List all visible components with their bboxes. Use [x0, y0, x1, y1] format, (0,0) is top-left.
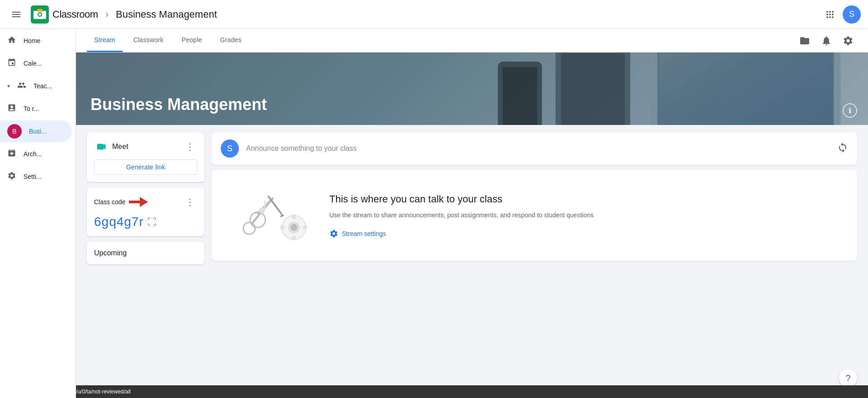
meet-logo — [94, 139, 109, 154]
upcoming-card: Upcoming — [87, 242, 204, 264]
sidebar-item-toreview[interactable]: To r... — [0, 98, 72, 120]
svg-point-4 — [38, 13, 41, 16]
topbar-right: S — [821, 5, 861, 24]
meet-card-header: Meet ⋮ — [94, 139, 197, 154]
sidebar-item-settings[interactable]: Setti... — [0, 166, 72, 187]
topbar: Classroom › Business Management S — [0, 0, 868, 29]
svg-rect-28 — [292, 215, 296, 219]
sidebar-item-label: To r... — [24, 105, 39, 112]
app-name: Classroom — [52, 9, 98, 20]
sidebar: Home Cale... ▾ Teac... To r... B Busi... — [0, 29, 76, 398]
sidebar-item-label: Teac... — [33, 82, 52, 90]
class-code-header: Class code ⋮ — [94, 195, 197, 209]
svg-rect-30 — [280, 226, 285, 230]
red-arrow-icon — [129, 196, 148, 208]
svg-line-21 — [268, 197, 281, 214]
class-breadcrumb[interactable]: Business Management — [116, 9, 217, 20]
sidebar-item-label: Arch... — [24, 150, 42, 158]
app-logo — [31, 5, 49, 24]
svg-rect-15 — [129, 201, 142, 203]
sidebar-item-label: Cale... — [24, 60, 42, 67]
meet-title: Meet — [112, 143, 128, 151]
settings-tab-icon[interactable] — [839, 32, 857, 50]
meet-more-options[interactable]: ⋮ — [183, 139, 197, 154]
calendar-icon — [7, 58, 16, 69]
info-content: This is where you can talk to your class… — [329, 193, 839, 238]
tabs-bar: Stream Classwork People Grades — [76, 29, 868, 53]
class-code-more-options[interactable]: ⋮ — [183, 195, 197, 209]
user-avatar[interactable]: S — [843, 5, 861, 24]
hamburger-menu[interactable] — [7, 5, 25, 24]
sidebar-item-teachers[interactable]: ▾ Teac... — [0, 75, 72, 97]
svg-point-23 — [259, 207, 265, 213]
expand-code-icon[interactable]: ⛶ — [147, 217, 157, 227]
announce-action-icon[interactable] — [837, 142, 848, 155]
info-card: This is where you can talk to your class… — [212, 170, 857, 261]
help-button[interactable]: ? — [839, 369, 857, 387]
sidebar-item-label: Home — [24, 37, 40, 44]
svg-point-27 — [290, 224, 297, 231]
class-code-label-row: Class code — [94, 196, 148, 208]
stream-settings-icon — [329, 229, 338, 238]
stream-settings-button[interactable]: Stream settings — [329, 229, 386, 238]
upcoming-label: Upcoming — [94, 249, 127, 257]
svg-point-18 — [243, 222, 255, 234]
svg-marker-16 — [140, 197, 148, 207]
sidebar-item-home[interactable]: Home — [0, 30, 72, 52]
info-illustration — [230, 188, 311, 243]
info-description: Use the stream to share announcements, p… — [329, 211, 839, 220]
class-code-label: Class code — [94, 198, 125, 206]
generate-link-button[interactable]: Generate link — [94, 159, 197, 175]
bell-icon[interactable] — [817, 32, 835, 50]
info-title: This is where you can talk to your class — [329, 193, 839, 205]
toreview-icon — [7, 103, 16, 115]
svg-rect-12 — [503, 67, 538, 125]
settings-icon — [7, 171, 16, 182]
announce-placeholder[interactable]: Announce something to your class — [246, 144, 830, 153]
class-code-card: Class code ⋮ 6gq4g7r ⛶ — [87, 187, 204, 236]
sidebar-item-archived[interactable]: Arch... — [0, 143, 72, 165]
banner-title: Business Management — [90, 95, 267, 114]
tab-action-icons — [796, 32, 857, 50]
tab-people[interactable]: People — [174, 29, 209, 52]
statusbar: https://classroom.google.com/u/0/ta/not-… — [0, 385, 868, 398]
class-banner: Business Management ℹ — [76, 53, 868, 125]
svg-rect-31 — [303, 226, 307, 230]
dropdown-icon: ▾ — [7, 83, 10, 89]
class-code-value[interactable]: 6gq4g7r — [94, 215, 144, 229]
people-icon — [17, 81, 26, 92]
tab-stream[interactable]: Stream — [87, 29, 123, 52]
meet-card: Meet ⋮ Generate link — [87, 132, 204, 182]
sidebar-item-calendar[interactable]: Cale... — [0, 53, 72, 74]
main-content: Stream Classwork People Grades — [76, 29, 868, 272]
tab-classwork[interactable]: Classwork — [126, 29, 171, 52]
right-column: S Announce something to your class — [212, 132, 857, 264]
class-avatar: B — [7, 124, 22, 139]
sidebar-item-label: Busi... — [29, 128, 47, 135]
announce-box: S Announce something to your class — [212, 132, 857, 165]
left-column: Meet ⋮ Generate link Class code — [87, 132, 204, 264]
tab-grades[interactable]: Grades — [213, 29, 249, 52]
svg-rect-10 — [561, 53, 625, 125]
stream-illustration — [234, 188, 307, 243]
meet-header: Meet — [94, 139, 128, 154]
breadcrumb-sep: › — [105, 9, 109, 20]
sidebar-item-label: Setti... — [24, 173, 42, 180]
sidebar-item-business[interactable]: B Busi... — [0, 120, 72, 142]
folder-icon[interactable] — [796, 32, 814, 50]
svg-rect-2 — [37, 9, 43, 12]
svg-rect-29 — [292, 236, 296, 240]
announce-avatar: S — [221, 139, 239, 158]
stream-settings-label: Stream settings — [342, 230, 386, 237]
archive-icon — [7, 149, 16, 160]
apps-icon[interactable] — [821, 5, 839, 24]
svg-rect-13 — [659, 53, 833, 125]
home-icon — [7, 35, 16, 47]
content-area: Meet ⋮ Generate link Class code — [76, 125, 868, 272]
class-code-row: 6gq4g7r ⛶ — [94, 215, 197, 229]
banner-info-icon[interactable]: ℹ — [843, 103, 857, 118]
banner-illustration — [393, 53, 868, 125]
